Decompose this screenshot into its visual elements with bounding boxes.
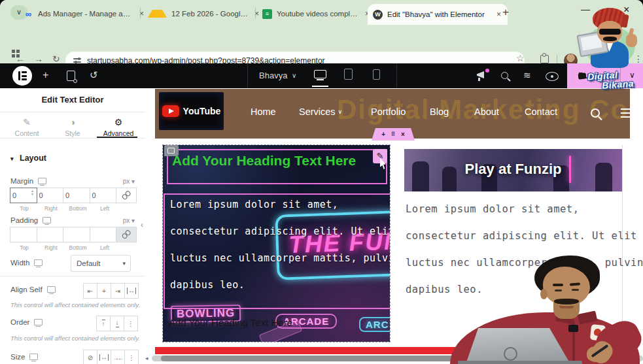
tab-divider xyxy=(140,8,141,18)
finder-search-icon[interactable] xyxy=(501,72,508,79)
layout-section-header[interactable]: ▾ Layout xyxy=(10,154,46,163)
nav-home[interactable]: Home xyxy=(251,107,276,117)
reload-icon[interactable]: ↻ xyxy=(52,54,60,64)
align-stretch-button[interactable]: ↔ xyxy=(124,283,139,299)
hamburger-menu-icon[interactable] xyxy=(621,108,630,118)
scroll-left-icon[interactable]: ◂ xyxy=(145,355,148,361)
extensions-icon[interactable] xyxy=(540,55,549,63)
margin-link-button[interactable] xyxy=(116,188,137,203)
align-end-button[interactable]: ⇥ xyxy=(111,283,125,299)
nav-blog[interactable]: Blog xyxy=(430,107,449,117)
margin-right-cell xyxy=(37,188,64,203)
browser-toolbar: ← → ↻ startupsabha.com/wp-admin/post.php… xyxy=(0,25,643,47)
body-line: Lorem ipsum dolor sit amet, xyxy=(170,199,338,210)
tab-elementor-active[interactable]: W Edit "Bhavya" with Elementor × xyxy=(368,4,508,25)
drag-section-icon[interactable]: ⠿ xyxy=(391,131,395,137)
delete-section-icon[interactable]: × xyxy=(401,131,405,138)
nav-portfolio[interactable]: Portfolio xyxy=(371,107,406,117)
apps-grid-icon[interactable] xyxy=(12,50,20,58)
site-search-icon[interactable] xyxy=(591,108,600,118)
responsive-monitor-icon[interactable] xyxy=(38,178,46,184)
responsive-monitor-icon[interactable] xyxy=(34,259,43,266)
padding-right-input[interactable] xyxy=(37,227,63,242)
tab-content[interactable]: ✎ Content xyxy=(3,117,51,137)
heading-widget[interactable]: Add Your Heading Text Here ✎ xyxy=(167,149,387,184)
size-shrink-button[interactable]: →← xyxy=(111,350,125,364)
arcade-image-container[interactable]: THE FUN BOWLING ARCADE ARC Add Your Head… xyxy=(163,145,390,342)
tab-ads-manager[interactable]: ∞ Ads Manager - Manage ads - C × xyxy=(18,5,150,23)
align-center-button[interactable]: + xyxy=(97,283,111,299)
nav-contact[interactable]: Contact xyxy=(525,107,557,117)
stepper-icons[interactable]: ▴▾ xyxy=(30,190,35,203)
margin-inputs: ▴▾ xyxy=(10,188,137,203)
size-none-button[interactable]: ⊘ xyxy=(83,350,97,364)
tab-title: 12 Feb 2026 - Google Drive xyxy=(171,10,249,18)
responsive-monitor-icon[interactable] xyxy=(43,217,51,223)
minimize-button[interactable]: — xyxy=(581,4,590,14)
panel-collapse-icon[interactable]: ‹ xyxy=(141,220,143,229)
width-select[interactable]: Default ▾ xyxy=(71,255,131,272)
device-desktop-icon[interactable] xyxy=(314,70,326,78)
history-icon[interactable]: ↺ xyxy=(90,69,98,81)
default-heading-widget[interactable]: Add Your Heading Text Here xyxy=(169,317,292,328)
youtube-play-icon xyxy=(162,105,179,117)
preview-eye-icon[interactable] xyxy=(546,72,559,81)
add-element-button[interactable]: + xyxy=(43,69,48,81)
margin-unit-select[interactable]: px ▾ xyxy=(123,178,135,185)
body-line: luctus nec ullamcorper mattis, pulvinar xyxy=(406,257,643,269)
padding-left-input[interactable] xyxy=(90,227,116,242)
forward-icon[interactable]: → xyxy=(34,54,43,64)
tab-style[interactable]: ◑ Style xyxy=(48,117,97,137)
tab-youtube-topics[interactable]: ≡ Youtube videos complete topic × xyxy=(257,5,376,23)
padding-unit-select[interactable]: px ▾ xyxy=(123,217,135,224)
align-self-label: Align Self xyxy=(10,286,56,293)
margin-left-input[interactable] xyxy=(90,188,116,203)
order-custom-button[interactable]: ⋮ xyxy=(124,316,138,331)
document-name[interactable]: Bhavya xyxy=(259,71,287,80)
size-grow-button[interactable]: ↔ xyxy=(97,350,111,364)
add-section-icon[interactable]: + xyxy=(381,131,385,138)
text-editor-widget[interactable]: Lorem ipsum dolor sit amet, consectetur … xyxy=(164,193,390,309)
funzip-banner-image[interactable]: Play at Funzip xyxy=(404,149,622,191)
align-start-button[interactable]: ⇤ xyxy=(83,283,97,299)
device-mobile-icon[interactable] xyxy=(373,69,380,80)
margin-right-input[interactable] xyxy=(37,188,63,203)
padding-bottom-input[interactable] xyxy=(63,227,90,242)
size-custom-button[interactable]: ⋮ xyxy=(124,350,139,364)
watermark-hand xyxy=(578,73,587,79)
tab-title: Ads Manager - Manage ads - C xyxy=(38,10,133,18)
site-logo-image[interactable]: YouTube xyxy=(159,92,224,130)
container-handle[interactable] xyxy=(164,145,179,156)
elementor-logo[interactable] xyxy=(12,66,32,86)
laptop-logo xyxy=(504,347,517,361)
padding-link-button[interactable] xyxy=(116,227,137,242)
document-switcher-chevron-icon[interactable]: ∨ xyxy=(292,72,296,79)
tab-advanced[interactable]: ⚙ Advanced xyxy=(94,117,143,137)
section-handle[interactable]: + ⠿ × xyxy=(372,128,415,141)
tab-google-drive[interactable]: 12 Feb 2026 - Google Drive × xyxy=(143,5,266,23)
nav-services[interactable]: Services∨ xyxy=(299,107,342,117)
order-last-button[interactable]: ↓ xyxy=(110,316,124,331)
box-label: Bottom xyxy=(63,205,92,212)
nav-about[interactable]: About xyxy=(474,107,499,117)
close-icon[interactable]: × xyxy=(495,10,502,19)
responsive-monitor-icon[interactable] xyxy=(34,319,43,325)
margin-bottom-input[interactable] xyxy=(63,188,90,203)
order-buttons: ↑ ↓ ⋮ xyxy=(97,316,138,331)
responsive-monitor-icon[interactable] xyxy=(47,286,56,293)
box-label: Top xyxy=(10,205,39,212)
shrink-icon: →← xyxy=(113,354,123,361)
laptop-base xyxy=(458,361,582,364)
box-label: Left xyxy=(90,244,119,251)
new-tab-button[interactable]: + xyxy=(502,6,509,19)
page-settings-icon[interactable] xyxy=(67,71,75,81)
responsive-monitor-icon[interactable] xyxy=(29,354,38,360)
device-tablet-icon[interactable] xyxy=(344,69,353,80)
padding-top-input[interactable] xyxy=(10,227,37,242)
order-first-button[interactable]: ↑ xyxy=(96,316,111,331)
structure-layers-icon[interactable]: ≋ xyxy=(523,70,531,80)
link-icon xyxy=(121,190,131,201)
divider xyxy=(0,138,145,139)
browser-menu-icon[interactable]: ⋮ xyxy=(634,54,643,64)
bookmark-star-icon[interactable]: ☆ xyxy=(516,53,525,63)
